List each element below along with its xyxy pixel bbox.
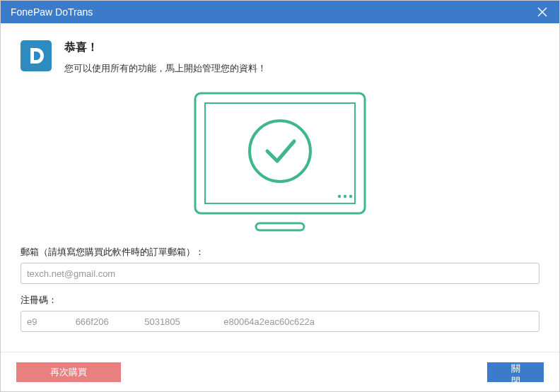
email-field[interactable] bbox=[21, 263, 539, 284]
logo-icon bbox=[25, 45, 47, 66]
svg-rect-9 bbox=[256, 223, 304, 230]
svg-point-7 bbox=[349, 195, 352, 198]
main-content: 恭喜！ 您可以使用所有的功能，馬上開始管理您的資料！ 郵箱（請填寫您購買此軟件時… bbox=[1, 23, 559, 342]
registration-code-field[interactable] bbox=[21, 311, 539, 332]
svg-point-6 bbox=[344, 195, 346, 198]
buy-again-button[interactable]: 再次購買 bbox=[16, 362, 121, 382]
close-button[interactable]: 關閉 bbox=[487, 362, 544, 382]
titlebar: FonePaw DoTrans bbox=[1, 1, 559, 23]
svg-rect-4 bbox=[205, 103, 355, 203]
header-row: 恭喜！ 您可以使用所有的功能，馬上開始管理您的資料！ bbox=[21, 40, 539, 75]
close-icon bbox=[537, 7, 547, 17]
header-text: 恭喜！ 您可以使用所有的功能，馬上開始管理您的資料！ bbox=[64, 40, 267, 75]
email-label: 郵箱（請填寫您購買此軟件時的訂單郵箱）： bbox=[21, 246, 539, 259]
congrats-title: 恭喜！ bbox=[64, 40, 267, 55]
code-label: 注冊碼： bbox=[21, 294, 539, 307]
success-illustration bbox=[188, 90, 372, 239]
app-logo bbox=[21, 40, 52, 71]
window-title: FonePaw DoTrans bbox=[11, 6, 93, 18]
svg-point-5 bbox=[338, 195, 341, 198]
footer: 再次購買 關閉 bbox=[1, 352, 559, 391]
form-section: 郵箱（請填寫您購買此軟件時的訂單郵箱）： 注冊碼： bbox=[21, 246, 539, 342]
congrats-subtitle: 您可以使用所有的功能，馬上開始管理您的資料！ bbox=[64, 62, 267, 75]
svg-point-8 bbox=[250, 121, 310, 182]
window-close-button[interactable] bbox=[532, 2, 552, 22]
